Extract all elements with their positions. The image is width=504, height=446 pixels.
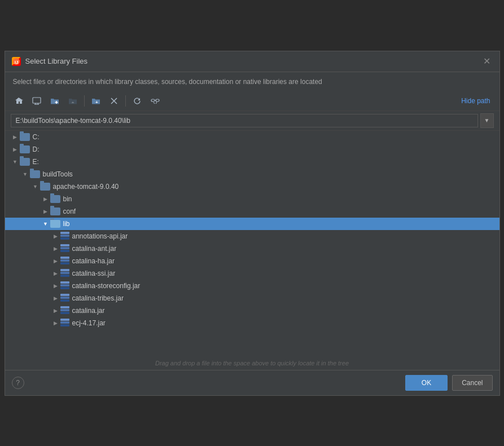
title-bar: IJ Select Library Files ✕	[5, 51, 499, 72]
toolbar-separator-1	[84, 95, 85, 107]
label-catalina-ha: catalina-ha.jar	[72, 257, 115, 265]
tree-item-d-drive[interactable]: ▶ D:	[5, 143, 499, 156]
folder-icon-lib	[50, 220, 60, 228]
label-catalina-ssi: catalina-ssi.jar	[72, 270, 116, 277]
expand-catalina-tribes[interactable]: ▶	[51, 294, 60, 303]
expand-catalina-ant[interactable]: ▶	[51, 244, 60, 253]
tree-item-catalina-ha[interactable]: ▶ catalina-ha.jar	[5, 255, 499, 267]
expand-catalina-ssi[interactable]: ▶	[51, 269, 60, 278]
tree-item-conf[interactable]: ▶ conf	[5, 205, 499, 218]
expand-catalina-storeconfig[interactable]: ▶	[51, 281, 60, 290]
jar-icon-catalina-ssi	[60, 269, 69, 278]
folder-icon-c	[20, 133, 30, 141]
expand-lib[interactable]: ▼	[41, 219, 50, 228]
expand-catalina-ha[interactable]: ▶	[51, 257, 60, 266]
desktop-button[interactable]	[29, 94, 45, 108]
path-input[interactable]	[11, 114, 478, 127]
app-icon: IJ	[12, 57, 21, 66]
label-catalina-tribes: catalina-tribes.jar	[72, 294, 124, 302]
svg-rect-11	[151, 99, 155, 101]
label-bin: bin	[63, 195, 72, 203]
jar-icon-catalina-ha	[60, 257, 69, 266]
toolbar: + Hide path	[5, 91, 499, 111]
jar-icon-catalina	[60, 306, 69, 315]
label-catalina-ant: catalina-ant.jar	[72, 245, 117, 253]
expand-annotations-api[interactable]: ▶	[51, 232, 60, 241]
file-tree: ▶ C: ▶ D: ▼ E: ▼ buildTools ▼ apache-tom…	[5, 131, 499, 356]
folder-icon-buildtools	[30, 170, 40, 178]
label-lib: lib	[63, 220, 70, 228]
bottom-bar: ? OK Cancel	[5, 370, 499, 395]
label-e-drive: E:	[33, 158, 39, 166]
tree-item-c-drive[interactable]: ▶ C:	[5, 131, 499, 143]
tree-item-catalina-ssi[interactable]: ▶ catalina-ssi.jar	[5, 267, 499, 280]
jar-icon-catalina-ant	[60, 244, 69, 253]
tree-item-catalina[interactable]: ▶ catalina.jar	[5, 304, 499, 317]
label-ecj: ecj-4.17.jar	[72, 319, 106, 327]
label-tomcat: apache-tomcat-9.0.40	[53, 183, 119, 191]
link-button[interactable]	[147, 94, 163, 108]
tree-item-bin[interactable]: ▶ bin	[5, 193, 499, 205]
label-buildtools: buildTools	[43, 170, 73, 178]
label-catalina: catalina.jar	[72, 307, 105, 315]
expand-e-drive[interactable]: ▼	[11, 157, 20, 166]
tree-item-buildtools[interactable]: ▼ buildTools	[5, 168, 499, 180]
label-d-drive: D:	[33, 145, 40, 153]
home-button[interactable]	[11, 94, 27, 108]
label-c-drive: C:	[33, 133, 40, 141]
expand-buildtools[interactable]: ▼	[21, 170, 30, 179]
svg-text:+: +	[95, 100, 98, 105]
up-button[interactable]	[65, 94, 81, 108]
close-button[interactable]: ✕	[481, 56, 493, 67]
jar-icon-annotations-api	[60, 232, 69, 241]
jar-icon-catalina-storeconfig	[60, 281, 69, 290]
tree-item-catalina-storeconfig[interactable]: ▶ catalina-storeconfig.jar	[5, 280, 499, 292]
folder-icon-bin	[50, 195, 60, 203]
hide-path-button[interactable]: Hide path	[458, 96, 493, 106]
expand-tomcat[interactable]: ▼	[31, 182, 40, 191]
ok-button[interactable]: OK	[405, 375, 448, 391]
add-jar-button[interactable]: +	[88, 94, 104, 108]
tree-item-lib[interactable]: ▼ lib	[5, 218, 499, 230]
tree-item-ecj[interactable]: ▶ ecj-4.17.jar	[5, 317, 499, 329]
dialog-description: Select files or directories in which lib…	[5, 72, 499, 91]
tree-item-e-drive[interactable]: ▼ E:	[5, 156, 499, 168]
expand-conf[interactable]: ▶	[41, 207, 50, 216]
expand-bin[interactable]: ▶	[41, 195, 50, 204]
help-button[interactable]: ?	[12, 377, 24, 389]
expand-c-drive[interactable]: ▶	[11, 133, 20, 142]
svg-text:IJ: IJ	[14, 60, 18, 65]
dialog-title: Select Library Files	[25, 57, 88, 65]
action-buttons: OK Cancel	[405, 375, 493, 391]
tree-item-catalina-tribes[interactable]: ▶ catalina-tribes.jar	[5, 292, 499, 304]
jar-icon-catalina-tribes	[60, 294, 69, 303]
expand-ecj[interactable]: ▶	[51, 319, 60, 328]
folder-icon-conf	[50, 207, 60, 215]
svg-rect-12	[156, 99, 159, 101]
label-annotations-api: annotations-api.jar	[72, 232, 128, 240]
select-library-dialog: IJ Select Library Files ✕ Select files o…	[5, 51, 500, 396]
folder-icon-tomcat	[40, 183, 50, 191]
toolbar-separator-2	[125, 95, 126, 107]
tree-item-catalina-ant[interactable]: ▶ catalina-ant.jar	[5, 242, 499, 255]
tree-item-annotations-api[interactable]: ▶ annotations-api.jar	[5, 230, 499, 242]
label-conf: conf	[63, 207, 76, 215]
delete-button[interactable]	[106, 94, 122, 108]
folder-icon-e	[20, 158, 30, 166]
jar-icon-ecj	[60, 319, 69, 328]
expand-d-drive[interactable]: ▶	[11, 145, 20, 154]
label-catalina-storeconfig: catalina-storeconfig.jar	[72, 282, 141, 290]
drag-hint: Drag and drop a file into the space abov…	[5, 356, 499, 370]
cancel-button[interactable]: Cancel	[452, 375, 492, 391]
refresh-button[interactable]	[129, 94, 145, 108]
new-folder-button[interactable]	[47, 94, 63, 108]
path-dropdown-button[interactable]: ▼	[480, 113, 494, 128]
tree-item-tomcat[interactable]: ▼ apache-tomcat-9.0.40	[5, 180, 499, 193]
expand-catalina[interactable]: ▶	[51, 306, 60, 315]
svg-rect-2	[33, 98, 41, 103]
folder-icon-d	[20, 145, 30, 153]
path-bar: ▼	[5, 111, 499, 131]
title-bar-left: IJ Select Library Files	[12, 57, 88, 66]
